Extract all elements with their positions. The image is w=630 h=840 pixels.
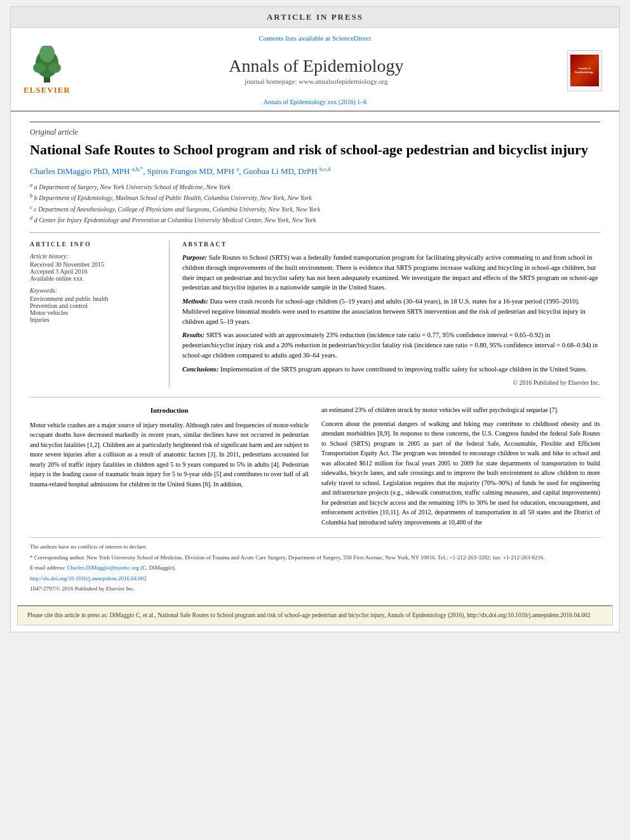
sciencedirect-text[interactable]: ScienceDirect	[332, 34, 372, 42]
abstract-text: Purpose: Safe Routes to School (SRTS) wa…	[182, 253, 600, 387]
author-2: Spiros Frangos MD, MPH a	[147, 166, 239, 176]
author-3: Guohua Li MD, DrPH b,c,d	[243, 166, 331, 176]
methods-text: Data were crash records for school-age c…	[182, 298, 586, 325]
affiliation-d: d d Center for Injury Epidemiology and P…	[30, 215, 600, 225]
accepted-date: Accepted 3 April 2016	[30, 268, 159, 275]
article-info-heading: ARTICLE INFO	[30, 241, 159, 248]
email-link[interactable]: Charles.DiMaggio@nyumc.org	[67, 564, 139, 571]
conclusions-label: Conclusions:	[182, 366, 218, 373]
body-content: Introduction Motor vehicle crashes are a…	[30, 405, 600, 531]
elsevier-tree-icon	[28, 46, 66, 84]
affiliation-b: b b Department of Epidemiology, Mailman …	[30, 192, 600, 203]
intro-paragraph-1: Motor vehicle crashes are a major source…	[30, 420, 309, 490]
section-divider	[30, 397, 600, 397]
article-in-press-banner: ARTICLE IN PRESS	[11, 7, 619, 28]
footnotes: The authors have no conflicts of interes…	[30, 537, 600, 594]
bottom-citation-bar: Please cite this article in press as: Di…	[17, 605, 613, 625]
intro-heading: Introduction	[30, 405, 309, 416]
email-name: (C. DiMaggio).	[140, 564, 176, 571]
results-label: Results:	[182, 331, 204, 338]
body-right-para-2: Concern about the potential dangers of w…	[321, 419, 600, 528]
journal-logo-right: Annals ofEpidemiology	[562, 50, 607, 91]
info-abstract-section: ARTICLE INFO Article history: Received 3…	[30, 232, 600, 387]
keyword-4: Injuries	[30, 316, 159, 323]
elsevier-logo: ELSEVIER	[23, 46, 70, 95]
email-label: E-mail address:	[30, 564, 65, 571]
abstract-heading: ABSTRACT	[182, 241, 600, 248]
affiliation-a: a a Department of Surgery, New York Univ…	[30, 182, 600, 192]
page: ARTICLE IN PRESS Contents lists availabl…	[10, 6, 620, 632]
keywords-group: Keywords: Environment and public health …	[30, 287, 159, 323]
elsevier-wordmark: ELSEVIER	[23, 85, 70, 95]
journal-cover-thumbnail: Annals ofEpidemiology	[567, 50, 602, 91]
article-history: Article history: Received 30 November 20…	[30, 253, 159, 282]
corresponding-author: * Corresponding author. New York Univers…	[30, 554, 600, 563]
article-type: Original article	[30, 121, 600, 137]
keyword-2: Prevention and control	[30, 302, 159, 309]
affiliations: a a Department of Surgery, New York Univ…	[30, 182, 600, 225]
keywords-label: Keywords:	[30, 287, 159, 294]
conflict-statement: The authors have no conflicts of interes…	[30, 543, 600, 552]
main-content: Original article National Safe Routes to…	[11, 112, 619, 605]
authors: Charles DiMaggio PhD, MPH a,b,*, Spiros …	[30, 166, 600, 177]
doi-line: http://dx.doi.org/10.1016/j.annepidem.20…	[30, 575, 600, 583]
abstract-column: ABSTRACT Purpose: Safe Routes to School …	[182, 241, 600, 387]
purpose-label: Purpose:	[182, 254, 207, 261]
affiliation-c: c c Department of Anesthesiology, Colleg…	[30, 204, 600, 214]
issn-line: 1047-2797/© 2016 Published by Elsevier I…	[30, 585, 600, 594]
copyright: © 2016 Published by Elsevier Inc.	[182, 378, 600, 387]
article-info-column: ARTICLE INFO Article history: Received 3…	[30, 241, 170, 387]
abstract-conclusions: Conclusions: Implementation of the SRTS …	[182, 364, 600, 375]
journal-homepage: journal homepage: www.annalsofepidemiolo…	[70, 77, 562, 85]
history-label: Article history:	[30, 253, 159, 260]
email-line: E-mail address: Charles.DiMaggio@nyumc.o…	[30, 564, 600, 573]
journal-title: Annals of Epidemiology	[70, 56, 562, 76]
article-title: National Safe Routes to School program a…	[30, 141, 600, 159]
body-right-column: an estimated 23% of children struck by m…	[321, 405, 600, 531]
banner-text: ARTICLE IN PRESS	[267, 12, 363, 22]
svg-point-3	[48, 63, 61, 73]
received-date: Received 30 November 2015	[30, 261, 159, 268]
methods-label: Methods:	[182, 298, 208, 305]
body-left-column: Introduction Motor vehicle crashes are a…	[30, 405, 309, 531]
conclusions-text: Implementation of the SRTS program appea…	[220, 366, 587, 373]
svg-point-2	[33, 63, 46, 73]
journal-title-area: Annals of Epidemiology journal homepage:…	[70, 56, 562, 85]
abstract-results: Results: SRTS was associated with an app…	[182, 330, 600, 360]
journal-header: Contents lists available at ScienceDirec…	[11, 28, 619, 112]
journal-header-main: ELSEVIER Annals of Epidemiology journal …	[23, 46, 607, 95]
keyword-1: Environment and public health	[30, 295, 159, 302]
sciencedirect-link: Contents lists available at ScienceDirec…	[23, 34, 607, 42]
doi-link[interactable]: http://dx.doi.org/10.1016/j.annepidem.20…	[30, 575, 147, 582]
body-right-para-1: an estimated 23% of children struck by m…	[321, 405, 600, 415]
citation-text: Please cite this article in press as: Di…	[27, 612, 591, 618]
keyword-3: Motor vehicles	[30, 309, 159, 316]
abstract-methods: Methods: Data were crash records for sch…	[182, 297, 600, 326]
citation-line: Annals of Epidemiology xxx (2016) 1–6	[23, 95, 607, 105]
purpose-text: Safe Routes to School (SRTS) was a feder…	[182, 254, 598, 291]
results-text: SRTS was associated with an approximatel…	[182, 331, 598, 359]
author-1: Charles DiMaggio PhD, MPH a,b,*	[30, 166, 143, 176]
available-date: Available online xxx	[30, 275, 159, 282]
abstract-purpose: Purpose: Safe Routes to School (SRTS) wa…	[182, 253, 600, 293]
